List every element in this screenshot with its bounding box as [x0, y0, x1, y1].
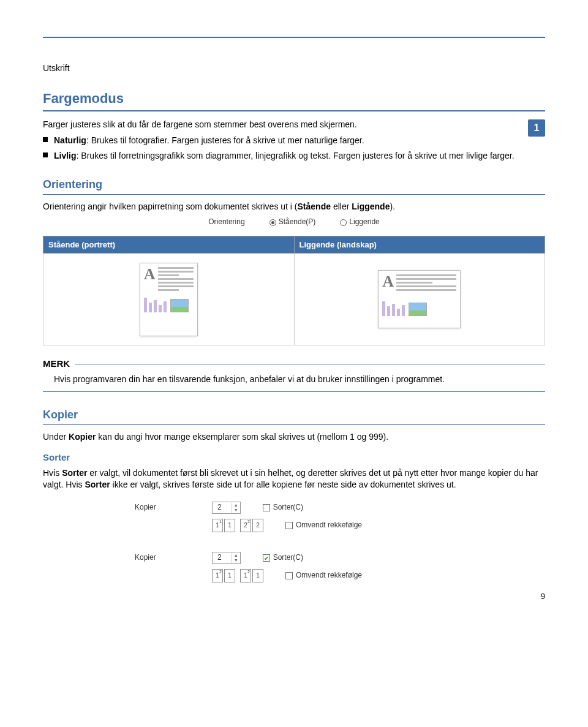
sorter-checkbox-unchecked[interactable]: Sorter(C) — [263, 502, 303, 512]
orientering-intro-b1: Stående — [298, 202, 331, 211]
orientering-intro-end: ). — [390, 202, 395, 211]
thumb-lines — [396, 274, 456, 293]
checkbox-icon — [263, 504, 270, 511]
orientation-cell-portrait: A — [43, 254, 295, 345]
orientation-th-landscape: Liggende (landskap) — [294, 236, 545, 254]
kopier-label: Kopier — [135, 552, 202, 562]
fargemodus-item-naturlig: Naturlig: Brukes til fotografier. Fargen… — [43, 135, 545, 146]
kopier-spinner[interactable]: 2 ▲▼ — [212, 552, 241, 564]
kopier-label: Kopier — [135, 502, 202, 512]
merk-rule — [75, 364, 545, 365]
kopier-spinner[interactable]: 2 ▲▼ — [212, 502, 241, 514]
fargemodus-item1-rest: : Brukes til fotografier. Fargen justere… — [86, 135, 364, 145]
thumbnail-portrait: A — [140, 263, 198, 336]
reverse-chk-label: Omvendt rekkefølge — [296, 521, 362, 529]
fargemodus-intro: Farger justeres slik at du får de fargen… — [43, 119, 545, 130]
thumbnail-landscape: A — [378, 270, 461, 328]
spinner-arrows-icon[interactable]: ▲▼ — [232, 553, 240, 563]
fargemodus-item-livlig: Livlig: Brukes til forretningsgrafikk so… — [43, 150, 545, 162]
thumb-picture-icon — [170, 299, 189, 312]
sorter-a: Hvis — [43, 468, 62, 478]
orientation-table: Stående (portrett) Liggende (landskap) A… — [43, 236, 545, 346]
heading-fargemodus: Fargemodus — [43, 89, 545, 111]
reverse-chk-label: Omvendt rekkefølge — [296, 571, 362, 579]
sorter-body: Hvis Sorter er valgt, vil dokumentet før… — [43, 467, 545, 491]
kopier-intro-b: Kopier — [69, 432, 96, 442]
orientering-intro-b2: Liggende — [352, 202, 390, 211]
kopier-intro-c: kan du angi hvor mange eksemplarer som s… — [96, 432, 388, 442]
sorter-e: ikke er valgt, skrives første side ut fo… — [110, 480, 456, 489]
fargemodus-list: Naturlig: Brukes til fotografier. Fargen… — [43, 135, 545, 162]
checkbox-icon — [285, 522, 293, 529]
sorter-d: Sorter — [85, 480, 110, 489]
page-badge: 1 — [528, 119, 545, 137]
kopier-settings-sorted: Kopier 2 ▲▼ ✔Sorter(C) 121 121 Omvendt r… — [135, 546, 453, 589]
heading-sorter: Sorter — [43, 451, 545, 464]
page-order-unsorted-icon: 111 222 — [212, 519, 263, 532]
heading-orientering: Orientering — [43, 177, 545, 194]
orientering-opt2-label: Liggende — [349, 217, 379, 226]
orientering-opt-staende[interactable]: Stående(P) — [270, 217, 316, 227]
orientering-radio-control: Orientering Stående(P) Liggende — [43, 217, 545, 227]
thumb-letter-a-icon: A — [144, 267, 156, 281]
merk-note: MERK Hvis programvaren din har en tilsva… — [43, 358, 545, 392]
thumb-picture-icon — [409, 303, 427, 316]
thumb-lines — [158, 267, 194, 293]
orientering-radio-label: Orientering — [208, 217, 244, 227]
fargemodus-item2-bold: Livlig — [54, 151, 77, 160]
reverse-checkbox[interactable]: Omvendt rekkefølge — [285, 520, 362, 530]
radio-icon-selected — [270, 219, 276, 226]
orientation-th-portrait: Stående (portrett) — [43, 236, 295, 254]
checkbox-icon — [285, 572, 293, 579]
kopier-intro: Under Kopier kan du angi hvor mange ekse… — [43, 431, 545, 443]
section-label: Utskrift — [43, 62, 545, 74]
page-order-sorted-icon: 121 121 — [212, 569, 263, 582]
merk-body: Hvis programvaren din har en tilsvarende… — [43, 370, 545, 392]
reverse-checkbox[interactable]: Omvendt rekkefølge — [285, 570, 362, 580]
sorter-chk-label: Sorter(C) — [273, 553, 303, 562]
merk-title: MERK — [43, 358, 70, 370]
fargemodus-item1-bold: Naturlig — [54, 135, 86, 145]
checkbox-checked-icon: ✔ — [263, 554, 270, 562]
orientering-intro: Orientering angir hvilken papirretning s… — [43, 201, 545, 213]
sorter-chk-label: Sorter(C) — [273, 503, 303, 511]
thumb-bars-icon — [382, 300, 405, 316]
sorter-checkbox-checked[interactable]: ✔Sorter(C) — [263, 552, 303, 562]
heading-kopier: Kopier — [43, 407, 545, 424]
orientation-cell-landscape: A — [294, 254, 545, 345]
thumb-letter-a-icon: A — [382, 274, 394, 288]
kopier-value: 2 — [213, 552, 232, 562]
kopier-intro-a: Under — [43, 432, 69, 442]
spinner-arrows-icon[interactable]: ▲▼ — [232, 503, 240, 513]
top-rule — [43, 37, 545, 38]
sorter-b: Sorter — [62, 468, 87, 478]
fargemodus-item2-rest: : Brukes til forretningsgrafikk som diag… — [77, 151, 514, 160]
orientering-opt1-label: Stående(P) — [279, 217, 316, 226]
orientering-intro-mid: eller — [331, 202, 352, 211]
kopier-settings-unsorted: Kopier 2 ▲▼ Sorter(C) 111 222 Omvendt re… — [135, 495, 453, 538]
thumb-bars-icon — [144, 296, 167, 312]
kopier-value: 2 — [213, 502, 232, 512]
page-number: 9 — [541, 591, 545, 602]
orientering-opt-liggende[interactable]: Liggende — [340, 217, 379, 227]
orientering-intro-a: Orientering angir hvilken papirretning s… — [43, 202, 298, 211]
radio-icon — [340, 219, 347, 226]
